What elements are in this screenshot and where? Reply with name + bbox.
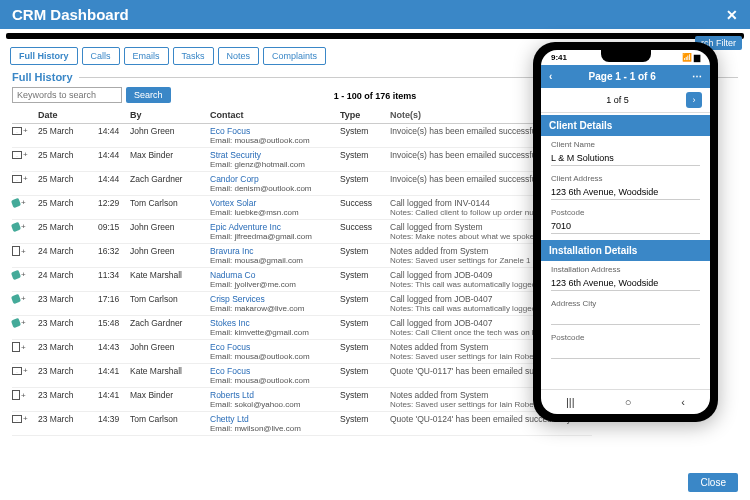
cell-contact: Roberts LtdEmail: sokol@yahoo.com xyxy=(210,390,340,409)
close-icon[interactable]: ✕ xyxy=(726,7,738,23)
nav-back-icon[interactable]: ‹ xyxy=(681,396,685,408)
cell-by: John Green xyxy=(130,342,210,352)
back-icon[interactable]: ‹ xyxy=(549,71,552,82)
cell-contact: Crisp ServicesEmail: makarow@live.com xyxy=(210,294,340,313)
tab-notes[interactable]: Notes xyxy=(218,47,260,65)
plus-icon[interactable]: + xyxy=(21,391,26,400)
table-row[interactable]: +23 March14:39Tom CarlsonChetty LtdEmail… xyxy=(12,412,592,436)
plus-icon[interactable]: + xyxy=(23,414,28,423)
envelope-icon xyxy=(12,151,22,159)
cell-type: System xyxy=(340,294,390,304)
more-icon[interactable]: ⋯ xyxy=(692,71,702,82)
tab-full-history[interactable]: Full History xyxy=(10,47,78,65)
cell-type: System xyxy=(340,366,390,376)
cell-contact: Eco FocusEmail: mousa@outlook.com xyxy=(210,366,340,385)
contact-link[interactable]: Crisp Services xyxy=(210,294,265,304)
cell-date: 25 March xyxy=(38,150,98,160)
address-city-field[interactable] xyxy=(551,310,700,325)
tab-calls[interactable]: Calls xyxy=(82,47,120,65)
phone-icon xyxy=(11,293,21,303)
phone-icon xyxy=(11,197,21,207)
cell-date: 23 March xyxy=(38,294,98,304)
contact-link[interactable]: Eco Focus xyxy=(210,126,250,136)
plus-icon[interactable]: + xyxy=(23,150,28,159)
table-row[interactable]: +24 March11:34Kate MarshallNaduma CoEmai… xyxy=(12,268,592,292)
contact-link[interactable]: Stokes Inc xyxy=(210,318,250,328)
contact-link[interactable]: Epic Adventure Inc xyxy=(210,222,281,232)
close-button[interactable]: Close xyxy=(688,473,738,492)
table-row[interactable]: +23 March15:48Zach GardnerStokes IncEmai… xyxy=(12,316,592,340)
contact-link[interactable]: Candor Corp xyxy=(210,174,259,184)
table-row[interactable]: +25 March14:44John GreenEco FocusEmail: … xyxy=(12,124,592,148)
plus-icon[interactable]: + xyxy=(21,270,26,279)
table-row[interactable]: +24 March16:32John GreenBravura IncEmail… xyxy=(12,244,592,268)
tab-tasks[interactable]: Tasks xyxy=(173,47,214,65)
plus-icon[interactable]: + xyxy=(23,174,28,183)
document-icon xyxy=(12,246,20,256)
search-button[interactable]: Search xyxy=(126,87,171,103)
install-postcode-field[interactable] xyxy=(551,344,700,359)
cell-by: Tom Carlson xyxy=(130,294,210,304)
plus-icon[interactable]: + xyxy=(23,366,28,375)
cell-time: 14:44 xyxy=(98,174,130,184)
cell-type: System xyxy=(340,414,390,424)
install-address-field[interactable] xyxy=(551,276,700,291)
nav-home-icon[interactable]: ○ xyxy=(625,396,632,408)
contact-link[interactable]: Chetty Ltd xyxy=(210,414,249,424)
cell-type: System xyxy=(340,174,390,184)
envelope-icon xyxy=(12,127,22,135)
table-row[interactable]: +23 March14:41Max BinderRoberts LtdEmail… xyxy=(12,388,592,412)
table-row[interactable]: +25 March09:15John GreenEpic Adventure I… xyxy=(12,220,592,244)
cell-by: Zach Gardner xyxy=(130,174,210,184)
cell-date: 23 March xyxy=(38,366,98,376)
contact-link[interactable]: Eco Focus xyxy=(210,366,250,376)
plus-icon[interactable]: + xyxy=(21,343,26,352)
table-row[interactable]: +23 March14:43John GreenEco FocusEmail: … xyxy=(12,340,592,364)
table-row[interactable]: +23 March14:41Kate MarshallEco FocusEmai… xyxy=(12,364,592,388)
cell-by: Max Binder xyxy=(130,390,210,400)
pager-next-icon[interactable]: › xyxy=(686,92,702,108)
cell-time: 14:41 xyxy=(98,366,130,376)
client-address-field[interactable] xyxy=(551,185,700,200)
cell-contact: Vortex SolarEmail: luebke@msn.com xyxy=(210,198,340,217)
cell-date: 25 March xyxy=(38,198,98,208)
tab-complaints[interactable]: Complaints xyxy=(263,47,326,65)
cell-time: 14:44 xyxy=(98,126,130,136)
phone-title: Page 1 - 1 of 6 xyxy=(589,71,656,82)
plus-icon[interactable]: + xyxy=(21,318,26,327)
col-date: Date xyxy=(38,110,98,120)
search-input[interactable] xyxy=(12,87,122,103)
page-title: CRM Dashboard xyxy=(12,6,129,23)
contact-link[interactable]: Roberts Ltd xyxy=(210,390,254,400)
cell-contact: Bravura IncEmail: mousa@gmail.com xyxy=(210,246,340,265)
plus-icon[interactable]: + xyxy=(23,126,28,135)
contact-link[interactable]: Bravura Inc xyxy=(210,246,253,256)
cell-date: 25 March xyxy=(38,174,98,184)
cell-contact: Eco FocusEmail: mousa@outlook.com xyxy=(210,342,340,361)
client-name-field[interactable] xyxy=(551,151,700,166)
tab-emails[interactable]: Emails xyxy=(124,47,169,65)
cell-by: Tom Carlson xyxy=(130,414,210,424)
postcode-field[interactable] xyxy=(551,219,700,234)
contact-link[interactable]: Naduma Co xyxy=(210,270,255,280)
nav-recent-icon[interactable]: ||| xyxy=(566,396,575,408)
table-header: Date By Contact Type Note(s) xyxy=(12,107,592,124)
contact-link[interactable]: Strat Security xyxy=(210,150,261,160)
table-row[interactable]: +23 March17:16Tom CarlsonCrisp ServicesE… xyxy=(12,292,592,316)
cell-date: 23 March xyxy=(38,390,98,400)
plus-icon[interactable]: + xyxy=(21,198,26,207)
phone-screen: 9:41 📶 ▆ ‹ Page 1 - 1 of 6 ⋯ 1 of 5 › Cl… xyxy=(541,50,710,414)
document-icon xyxy=(12,390,20,400)
table-row[interactable]: +25 March14:44Max BinderStrat SecurityEm… xyxy=(12,148,592,172)
cell-contact: Eco FocusEmail: mousa@outlook.com xyxy=(210,126,340,145)
phone-notch xyxy=(601,50,651,62)
plus-icon[interactable]: + xyxy=(21,294,26,303)
client-name-label: Client Name xyxy=(551,140,700,149)
plus-icon[interactable]: + xyxy=(21,247,26,256)
cell-date: 25 March xyxy=(38,222,98,232)
plus-icon[interactable]: + xyxy=(21,222,26,231)
contact-link[interactable]: Vortex Solar xyxy=(210,198,256,208)
table-row[interactable]: +25 March14:44Zach GardnerCandor CorpEma… xyxy=(12,172,592,196)
table-row[interactable]: +25 March12:29Tom CarlsonVortex SolarEma… xyxy=(12,196,592,220)
contact-link[interactable]: Eco Focus xyxy=(210,342,250,352)
